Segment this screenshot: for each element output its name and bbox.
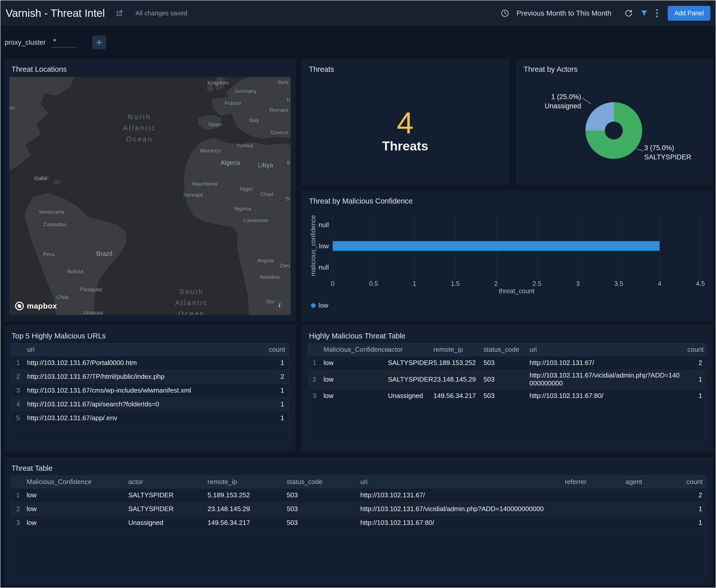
donut-slice-label-unassigned: 1 (25.0%) Unassigned (545, 92, 581, 111)
panel-threat-by-actors: Threat by Actors 1 (25.0%) Unassigned 3 … (516, 59, 713, 185)
panel-title: Threats (309, 65, 334, 74)
panel-title: Highly Malicious Threat Table (309, 332, 406, 340)
table-header: Malicious_Confidence actor remote_ip sta… (11, 476, 706, 488)
threats-value-label: Threats (302, 139, 509, 153)
panel-highly-malicious-threat-table: Highly Malicious Threat Table Malicious_… (302, 326, 713, 451)
table-row: 1lowSALTYSPIDER5.189.153.252503http://10… (11, 488, 706, 502)
country-label: Paraguay (80, 286, 102, 292)
country-label: Venezuela (39, 209, 64, 215)
country-label: Chile (57, 294, 69, 300)
panel-title: Top 5 Highly Malicious URLs (12, 332, 106, 340)
x-axis-label: threat_count (333, 287, 700, 295)
mapbox-logo-text: mapbox (27, 302, 57, 310)
clock-icon (500, 9, 509, 18)
country-label: Uruguay (83, 310, 103, 315)
country-label: Peru (43, 251, 55, 257)
kebab-menu-icon[interactable] (655, 8, 658, 18)
bar-chart-plot-area (333, 214, 700, 277)
country-label: Brazil (96, 250, 112, 257)
leader-line (636, 149, 644, 151)
country-label: Tunisia (236, 143, 253, 149)
panel-threats: Threats 4 Threats (302, 59, 509, 185)
plus-icon (96, 39, 103, 46)
country-label: Angola (257, 257, 274, 264)
table-row: 5http://103.102.131.67/app/.env1 (11, 411, 289, 425)
country-label: Senegal (183, 192, 203, 198)
share-icon[interactable] (116, 9, 123, 17)
x-axis-ticks: 0 0.5 1 1.5 2 2.5 3 3.5 4 4.5 (333, 280, 700, 288)
panel-malicious-confidence: Threat by Malicious Confidence malicious… (302, 191, 713, 321)
refresh-icon[interactable] (624, 9, 633, 18)
highly-malicious-table: Malicious_Confidence actor remote_ip sta… (308, 343, 707, 443)
panel-threat-table: Threat Table Malicious_Confidence actor … (4, 458, 713, 585)
actors-donut-chart[interactable] (586, 102, 642, 159)
country-label: Greece (271, 129, 288, 135)
dashboard: Varnish - Threat Intel All changes saved… (0, 0, 716, 588)
table-row: 4http://103.102.131.67/api/search?folder… (11, 397, 289, 411)
donut-slice-label-saltyspider: 3 (75.0%) SALTYSPIDER (644, 143, 691, 162)
country-label: Cameroon (243, 217, 268, 224)
panel-title: Threat Table (12, 464, 53, 472)
legend-item-low[interactable]: low (311, 302, 328, 309)
panel-title: Threat Locations (12, 65, 67, 74)
panel-top5-malicious-urls: Top 5 Highly Malicious URLs uri count 1h… (4, 326, 295, 451)
mapbox-attribution[interactable]: mapbox (15, 302, 57, 310)
table-row: 1lowSALTYSPIDER5.189.153.252503http://10… (308, 356, 706, 370)
filter-name-label: proxy_cluster (5, 39, 46, 46)
filter-icon[interactable] (640, 9, 648, 17)
panel-threat-locations: Threat Locations (4, 59, 295, 321)
country-label: Morocco (200, 148, 221, 154)
country-label: Zamb (280, 262, 290, 269)
map-info-button[interactable]: i (274, 299, 285, 311)
threat-table: Malicious_Confidence actor remote_ip sta… (11, 475, 707, 578)
country-label: Libya (258, 161, 273, 169)
table-row: 1http://103.102.131.67/Portal0000.htm1 (11, 356, 289, 370)
country-label: Romani (270, 107, 288, 113)
filter-value-input[interactable]: * (52, 38, 77, 47)
country-label: Bela (278, 79, 288, 85)
confidence-bar[interactable] (333, 241, 659, 251)
country-label: es (9, 105, 15, 111)
map-canvas[interactable]: North Atlantic Ocean South Atlantic Ocea… (9, 77, 290, 315)
country-label: Germany (234, 88, 257, 94)
country-label: Cuba (34, 175, 47, 181)
add-panel-button[interactable]: Add Panel (668, 6, 710, 21)
country-label: France (225, 100, 241, 106)
filter-bar: proxy_cluster * (5, 26, 106, 59)
table-row: 2http://103.102.131.67/TP/html/public/in… (11, 370, 289, 384)
table-row: 3http://103.102.131.67/cms/wp-includes/w… (11, 384, 289, 397)
panel-title: Threat by Malicious Confidence (309, 197, 413, 205)
threats-value: 4 (302, 106, 509, 141)
ocean-label-south-atlantic: South Atlantic Ocean (175, 287, 208, 315)
country-label: Su (285, 196, 290, 202)
mapbox-logo-icon (15, 302, 24, 310)
panel-title: Threat by Actors (524, 65, 577, 74)
country-label: E (287, 160, 290, 166)
country-label: Spain (208, 121, 222, 127)
table-row: 2lowSALTYSPIDER23.148.145.29503http://10… (308, 370, 706, 389)
top5-table: uri count 1http://103.102.131.67/Portal0… (11, 343, 289, 443)
legend-label: low (319, 302, 328, 309)
table-row: 2lowSALTYSPIDER23.148.145.29503http://10… (11, 502, 706, 516)
country-label: Bolivia (67, 269, 83, 275)
country-label: Kingdom (207, 80, 229, 86)
leader-line (582, 98, 591, 104)
legend-dot (311, 303, 315, 308)
country-label: Chad (260, 191, 273, 197)
add-filter-button[interactable] (92, 36, 106, 49)
table-row: 3lowUnassigned149.56.34.217503http://103… (308, 389, 706, 403)
country-label: Namibia (260, 274, 280, 280)
time-range-selector[interactable]: Previous Month to This Month (516, 9, 611, 17)
ocean-label-north-atlantic: North Atlantic Ocean (123, 112, 156, 145)
table-header: Malicious_Confidence actor remote_ip sta… (308, 343, 706, 356)
country-label: Niger (240, 186, 253, 192)
y-axis-categories: null low null (302, 214, 329, 277)
country-label: U (287, 97, 290, 103)
country-label: Nigeria (234, 206, 251, 212)
country-label: Colombia (43, 222, 66, 228)
country-label: Italy (249, 117, 259, 123)
dashboard-title: Varnish - Threat Intel (6, 7, 105, 19)
top-bar: Varnish - Threat Intel All changes saved… (1, 1, 715, 26)
country-label: Mauritania (192, 181, 217, 187)
country-label: Algeria (221, 159, 241, 166)
